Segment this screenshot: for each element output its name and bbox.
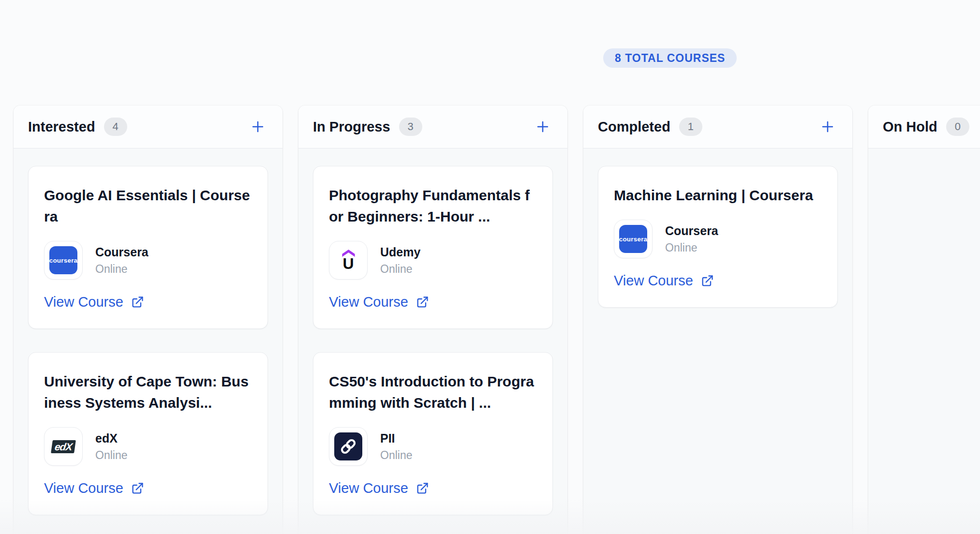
course-title: Machine Learning | Coursera <box>614 185 822 206</box>
view-course-link[interactable]: View Course <box>329 294 429 310</box>
coursera-wordmark: coursera <box>619 236 647 243</box>
view-course-label: View Course <box>614 273 693 289</box>
course-mode: Online <box>95 263 148 276</box>
column-count-badge: 1 <box>679 118 702 136</box>
course-mode: Online <box>380 263 420 276</box>
column-header: Interested 4 <box>14 105 282 148</box>
external-link-icon <box>131 296 144 309</box>
provider-name: Udemy <box>380 245 420 259</box>
add-course-button[interactable] <box>817 117 838 137</box>
provider-info: edX Online <box>95 431 127 462</box>
column-body: Machine Learning | Coursera coursera edX… <box>583 148 852 325</box>
board-column: In Progress 3 Photography Fundamentals f… <box>298 105 567 534</box>
course-meta: coursera edX U <box>329 427 537 466</box>
course-card[interactable]: University of Cape Town: Business System… <box>28 352 268 515</box>
column-header: In Progress 3 <box>298 105 567 148</box>
course-mode: Online <box>380 449 412 462</box>
edx-wordmark: edX <box>51 440 76 453</box>
plus-icon <box>819 119 836 135</box>
external-link-icon <box>416 296 429 309</box>
udemy-logo-icon: U <box>334 246 362 274</box>
kanban-board: Interested 4 Google AI Essentials | Cour… <box>14 105 980 534</box>
column-count-badge: 4 <box>104 118 127 136</box>
provider-name: Coursera <box>95 245 148 259</box>
column-count-badge: 0 <box>946 118 969 136</box>
column-count-badge: 3 <box>399 118 422 136</box>
add-course-button[interactable] <box>533 117 553 137</box>
column-body: Photography Fundamentals for Beginners: … <box>298 148 567 533</box>
course-card[interactable]: Google AI Essentials | Coursera coursera… <box>28 166 268 329</box>
course-meta: coursera edX U <box>329 241 537 280</box>
view-course-link[interactable]: View Course <box>44 294 144 310</box>
external-link-icon <box>700 274 714 288</box>
course-card[interactable]: CS50's Introduction to Programming with … <box>313 352 553 515</box>
external-link-icon <box>131 482 144 495</box>
view-course-label: View Course <box>44 294 123 310</box>
external-link-icon <box>416 482 429 495</box>
column-body: Google AI Essentials | Coursera coursera… <box>14 148 282 533</box>
provider-name: Coursera <box>665 224 718 238</box>
provider-info: Udemy Online <box>380 245 420 276</box>
chain-link-icon <box>334 432 362 460</box>
course-card[interactable]: Photography Fundamentals for Beginners: … <box>313 166 553 329</box>
provider-logo: coursera edX U <box>614 220 653 258</box>
udemy-u-letter: U <box>342 257 354 270</box>
course-meta: coursera edX U <box>614 220 822 258</box>
view-course-link[interactable]: View Course <box>614 273 714 289</box>
view-course-label: View Course <box>329 294 408 310</box>
provider-logo: coursera edX U <box>44 241 83 280</box>
column-title: Completed <box>598 119 670 135</box>
provider-logo: coursera edX U <box>44 427 83 466</box>
column-title: In Progress <box>313 119 390 135</box>
course-title: University of Cape Town: Business System… <box>44 371 252 414</box>
provider-info: Coursera Online <box>665 224 718 254</box>
coursera-wordmark: coursera <box>49 257 77 264</box>
course-title: Photography Fundamentals for Beginners: … <box>329 185 537 227</box>
total-courses-badge: 8 TOTAL COURSES <box>603 48 737 68</box>
view-course-label: View Course <box>44 480 123 496</box>
column-header: On Hold 0 <box>868 105 980 148</box>
course-meta: coursera edX U <box>44 427 252 466</box>
board-column: On Hold 0 <box>868 105 980 534</box>
column-body <box>868 148 980 183</box>
course-meta: coursera edX U <box>44 241 252 280</box>
course-mode: Online <box>95 449 127 462</box>
provider-logo: coursera edX U <box>329 241 368 280</box>
view-course-label: View Course <box>329 480 408 496</box>
plus-icon <box>250 119 266 135</box>
course-title: Google AI Essentials | Coursera <box>44 185 252 227</box>
coursera-logo-icon: coursera <box>619 225 647 253</box>
column-title: On Hold <box>883 119 937 135</box>
provider-info: PII Online <box>380 431 412 462</box>
provider-name: PII <box>380 431 412 445</box>
course-card[interactable]: Machine Learning | Coursera coursera edX… <box>598 166 838 308</box>
provider-info: Coursera Online <box>95 245 148 276</box>
column-header: Completed 1 <box>583 105 852 148</box>
provider-logo: coursera edX U <box>329 427 368 466</box>
coursera-logo-icon: coursera <box>49 246 77 274</box>
view-course-link[interactable]: View Course <box>329 480 429 496</box>
board-column: Interested 4 Google AI Essentials | Cour… <box>14 105 282 534</box>
course-mode: Online <box>665 241 718 254</box>
add-course-button[interactable] <box>248 117 268 137</box>
plus-icon <box>535 119 551 135</box>
column-title: Interested <box>28 119 95 135</box>
view-course-link[interactable]: View Course <box>44 480 144 496</box>
board-column: Completed 1 Machine Learning | Coursera … <box>583 105 852 534</box>
edx-logo-icon: edX <box>49 432 77 460</box>
course-title: CS50's Introduction to Programming with … <box>329 371 537 414</box>
course-kanban-page: 8 TOTAL COURSES Interested 4 Google AI E… <box>0 0 980 534</box>
provider-name: edX <box>95 431 127 445</box>
